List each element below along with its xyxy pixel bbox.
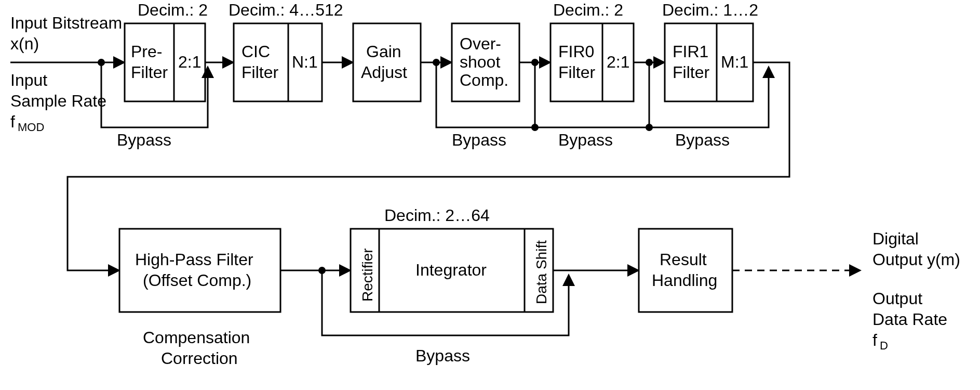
hpf-block bbox=[119, 229, 280, 312]
result-block bbox=[639, 229, 732, 312]
res-l2: Handling bbox=[652, 271, 717, 290]
pre-bypass-label: Bypass bbox=[117, 131, 171, 149]
hpf-cap2: Correction bbox=[161, 349, 238, 368]
int-rect: Rectifier bbox=[359, 248, 375, 302]
out-l2: Output y(m) bbox=[872, 250, 960, 269]
gain-l2: Adjust bbox=[361, 63, 407, 82]
pre-filter-ratio: 2:1 bbox=[178, 53, 201, 71]
hpf-l2: (Offset Comp.) bbox=[143, 271, 251, 290]
int-bypass-label: Bypass bbox=[415, 346, 470, 365]
gain-l1: Gain bbox=[366, 42, 401, 61]
out-l3: Output bbox=[872, 289, 922, 308]
cic-decim-label: Decim.: 4…512 bbox=[229, 1, 343, 19]
input-label-line3: Input bbox=[10, 71, 47, 89]
cic-l2: Filter bbox=[241, 63, 278, 82]
input-label-fmod-sub: MOD bbox=[18, 121, 44, 134]
pre-filter-l1: Pre- bbox=[131, 42, 162, 61]
input-label-line2: x(n) bbox=[10, 34, 39, 53]
fir0-bypass-label: Bypass bbox=[558, 131, 613, 149]
fir0-l2: Filter bbox=[558, 63, 595, 82]
over-l2: shoot bbox=[460, 53, 500, 71]
int-shift: Data Shift bbox=[533, 240, 549, 304]
out-f: f bbox=[872, 331, 877, 349]
fir0-l1: FIR0 bbox=[558, 42, 594, 61]
cic-l1: CIC bbox=[241, 42, 270, 61]
hpf-l1: High-Pass Filter bbox=[135, 250, 253, 269]
pre-filter-l2: Filter bbox=[131, 63, 168, 82]
out-fd-sub: D bbox=[880, 339, 888, 352]
int-decim-label: Decim.: 2…64 bbox=[384, 206, 490, 225]
gain-adjust-block bbox=[353, 23, 421, 101]
input-label-f: f bbox=[10, 112, 15, 131]
cic-ratio: N:1 bbox=[292, 53, 318, 71]
over-l3: Comp. bbox=[460, 71, 508, 89]
fir1-ratio: M:1 bbox=[721, 53, 748, 71]
fir1-bypass-label: Bypass bbox=[675, 131, 730, 149]
out-l1: Digital bbox=[872, 229, 919, 248]
over-l1: Over- bbox=[460, 34, 501, 53]
hpf-cap1: Compensation bbox=[143, 328, 250, 347]
fir1-l1: FIR1 bbox=[673, 42, 708, 61]
pre-decim-label: Decim.: 2 bbox=[138, 1, 208, 19]
input-label-line1: Input Bitstream bbox=[10, 14, 122, 32]
input-label-line4: Sample Rate bbox=[10, 92, 106, 110]
fir1-decim-label: Decim.: 1…2 bbox=[662, 1, 758, 19]
out-l4: Data Rate bbox=[872, 310, 947, 329]
fir0-decim-label: Decim.: 2 bbox=[553, 1, 623, 19]
over-bypass-label: Bypass bbox=[452, 131, 506, 149]
int-main: Integrator bbox=[415, 261, 487, 279]
res-l1: Result bbox=[660, 250, 707, 269]
fir0-ratio: 2:1 bbox=[607, 53, 629, 71]
fir1-l2: Filter bbox=[673, 63, 709, 82]
